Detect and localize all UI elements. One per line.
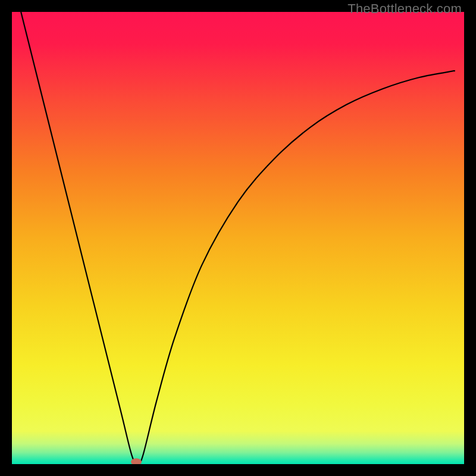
chart-frame <box>12 12 464 464</box>
watermark-text: TheBottleneck.com <box>347 1 462 17</box>
heatmap-background <box>12 12 464 464</box>
chart-canvas <box>12 12 464 464</box>
